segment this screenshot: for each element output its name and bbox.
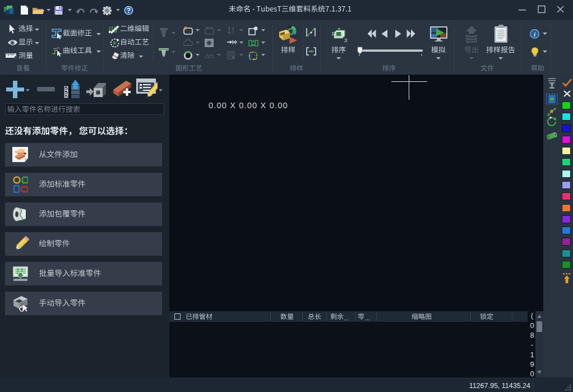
svg-text:?: ?	[127, 7, 131, 15]
svg-text:3: 3	[344, 38, 347, 43]
